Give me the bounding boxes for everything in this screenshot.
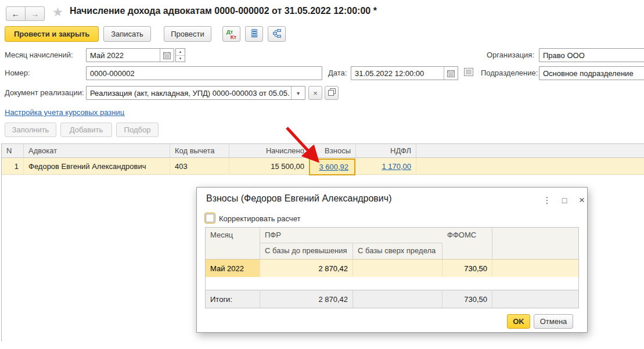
ndfl-link[interactable]: 1 170,00 [382,162,411,171]
nav-history-group: ← → [6,6,45,21]
structure-icon [272,28,282,39]
pick-button[interactable]: Подбор [116,123,159,137]
cell-deduction-code[interactable]: 403 [170,158,229,174]
back-arrow-icon: ← [12,9,20,19]
totals-filler [492,290,578,308]
number-value: 0000-000002 [87,67,322,80]
cell-advocate[interactable]: Федоров Евгений Александрович [24,158,170,174]
contributions-row[interactable]: Май 2022 2 870,42 730,50 [206,259,578,277]
division-list-button[interactable] [464,68,473,78]
sales-doc-field[interactable]: Реализация (акт, накладная, УПД) 0000-00… [86,86,305,100]
forward-arrow-icon: → [31,9,39,19]
calendar-icon[interactable] [444,67,458,80]
register-records-button[interactable] [245,26,263,42]
list-icon [464,68,473,78]
contributions-table-header: Месяц ПФР С базы до превышения С базы св… [206,228,578,259]
add-button[interactable]: Добавить [60,123,112,137]
sales-doc-value: Реализация (акт, накладная, УПД) 0000-00… [87,87,291,99]
currency-settings-link[interactable]: Настройка учета курсовых разниц [5,108,124,117]
header-pfr-below: С базы до превышения [260,243,353,259]
number-field[interactable]: 0000-000002 [86,66,322,80]
cancel-button[interactable]: Отмена [534,314,573,329]
more-menu-icon[interactable]: ⋮ [541,195,553,206]
header-contributions[interactable]: Взносы [310,144,356,157]
totals-pfr-above [353,290,442,308]
month-field[interactable]: Май 2022 [86,48,174,62]
organization-label: Организация: [487,51,534,59]
cell-pfr-below[interactable]: 2 870,42 [260,260,353,277]
cell-n[interactable]: 1 [2,158,24,174]
dtkt-icon: ДтКт [226,29,236,39]
fill-button[interactable]: Заполнить [5,123,56,137]
sales-doc-label: Документ реализации: [5,88,84,97]
chevron-down-icon[interactable]: ▾ [291,87,305,99]
calendar-icon[interactable] [160,49,174,62]
open-document-icon [328,88,336,98]
date-value: 31.05.2022 12:00:00 [351,67,444,80]
post-and-close-button[interactable]: Провести и закрыть [5,26,99,42]
header-pfr-above: С базы сверх предела [353,243,442,259]
page-title: Начисление дохода адвокатам 0000-000002 … [70,6,377,16]
month-label: Месяц начислений: [5,51,73,59]
header-filler [416,144,644,157]
contributions-dialog: Взносы (Федоров Евгений Александрович) ⋮… [196,187,588,333]
clear-icon: × [313,89,318,98]
organization-value: Право ООО [539,49,644,62]
table-spacer [206,277,578,290]
header-ffoms: ФФОМС [442,228,492,259]
header-accrued[interactable]: Начислено [229,144,310,157]
date-field[interactable]: 31.05.2022 12:00:00 [351,66,458,80]
totals-ffoms: 730,50 [442,290,492,308]
division-label: Подразделение: [481,69,538,77]
write-button[interactable]: Записать [103,26,151,42]
sales-doc-clear-button[interactable]: × [308,86,322,100]
forward-button[interactable]: → [25,6,45,21]
cell-filler [416,158,644,174]
cell-month[interactable]: Май 2022 [206,260,260,277]
back-button[interactable]: ← [6,6,26,21]
cell-filler [492,260,578,277]
contributions-link[interactable]: 3 600,92 [319,163,348,171]
sales-doc-open-button[interactable] [325,86,339,100]
header-pfr: ПФР [260,228,442,243]
number-label: Номер: [5,69,30,77]
header-n[interactable]: N [2,144,24,157]
totals-pfr-below: 2 870,42 [260,290,353,308]
header-ndfl[interactable]: НДФЛ [356,144,416,157]
totals-row: Итоги: 2 870,42 730,50 [206,290,578,308]
favorite-star-icon[interactable]: ★ [52,5,63,19]
cell-pfr-above[interactable] [353,260,442,277]
ok-button[interactable]: OK [507,314,530,329]
dialog-title: Взносы (Федоров Евгений Александрович) [206,193,391,204]
document-structure-button[interactable] [268,26,286,42]
division-value: Основное подразделение [539,67,644,80]
cell-ndfl[interactable]: 1 170,00 [356,158,416,174]
close-icon[interactable]: × [575,195,588,206]
adjust-calculation-label: Корректировать расчет [219,214,300,223]
post-button[interactable]: Провести [164,26,211,42]
register-stack-icon [250,28,259,39]
spinner-up-icon[interactable]: ▲ [176,49,185,56]
document-window: ← → ★ Начисление дохода адвокатам 0000-0… [0,0,644,349]
header-filler [492,228,578,259]
month-spinner[interactable]: ▲ ▼ [175,48,185,62]
cell-accrued[interactable]: 15 500,00 [229,158,310,174]
contributions-table: Месяц ПФР С базы до превышения С базы св… [205,227,579,308]
header-deduction-code[interactable]: Код вычета [170,144,229,157]
header-advocate[interactable]: Адвокат [24,144,170,157]
cell-ffoms[interactable]: 730,50 [442,260,492,277]
contributions-selected-cell[interactable]: 3 600,92 [309,159,355,175]
spinner-down-icon[interactable]: ▼ [176,56,185,62]
adjust-calculation-checkbox[interactable] [206,214,214,222]
division-field[interactable]: Основное подразделение [539,66,644,80]
dtkt-postings-button[interactable]: ДтКт [222,26,240,42]
organization-field[interactable]: Право ООО [539,48,644,62]
date-label: Дата: [328,69,347,77]
advocates-table-header: N Адвокат Код вычета Начислено Взносы НД… [2,143,644,158]
totals-label: Итоги: [206,290,260,308]
header-month: Месяц [206,228,260,259]
maximize-icon[interactable]: □ [558,195,571,206]
month-value: Май 2022 [87,49,160,62]
